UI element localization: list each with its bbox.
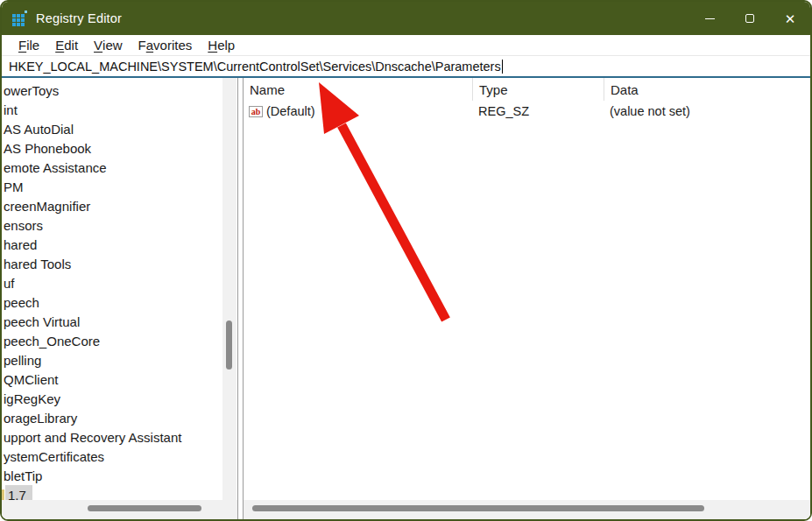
pane-splitter[interactable] — [237, 78, 244, 519]
tree-list: owerToys int AS AutoDial AS Phonebook em… — [2, 78, 237, 505]
tree-item[interactable]: peech Virtual — [2, 313, 237, 332]
values-pane: Name Type Data ab (Default) REG_SZ (valu… — [244, 78, 810, 519]
value-type: REG_SZ — [472, 104, 604, 118]
column-header-type[interactable]: Type — [472, 78, 604, 101]
tree-item[interactable]: pelling — [2, 351, 237, 370]
window-title: Registry Editor — [36, 11, 122, 25]
menu-item[interactable]: Help — [200, 35, 243, 56]
tree-vertical-scrollbar-thumb[interactable] — [226, 320, 232, 370]
values-horizontal-scrollbar-thumb[interactable] — [252, 505, 704, 511]
tree-item[interactable]: uf — [2, 274, 237, 293]
tree-item[interactable]: creenMagnifier — [2, 197, 237, 216]
maximize-button[interactable] — [730, 2, 770, 35]
menu-bar: FileEditViewFavoritesHelp — [2, 35, 810, 56]
value-name: (Default) — [266, 104, 315, 118]
tree-item[interactable]: PM — [2, 178, 237, 197]
minimize-button[interactable] — [689, 2, 730, 35]
registry-editor-window: Registry Editor ✕ FileEditViewFavoritesH… — [0, 0, 812, 521]
tree-item[interactable]: orageLibrary — [2, 409, 237, 428]
column-header-data[interactable]: Data — [604, 78, 810, 101]
tree-horizontal-scrollbar-thumb[interactable] — [88, 505, 201, 511]
tree-item[interactable]: upport and Recovery Assistant — [2, 428, 237, 447]
registry-editor-icon — [12, 11, 27, 26]
minimize-icon — [705, 18, 715, 19]
tree-item[interactable]: peech — [2, 293, 237, 313]
text-caret — [502, 60, 503, 74]
list-header: Name Type Data — [244, 78, 810, 101]
tree-vertical-scrollbar[interactable] — [222, 78, 237, 500]
tree-item[interactable]: ystemCertificates — [2, 447, 237, 467]
tree-item[interactable]: peech_OneCore — [2, 332, 237, 351]
tree-item[interactable]: AS AutoDial — [2, 120, 237, 139]
tree-item[interactable]: AS Phonebook — [2, 139, 237, 158]
address-bar[interactable]: HKEY_LOCAL_MACHINE\SYSTEM\CurrentControl… — [2, 56, 810, 78]
close-button[interactable]: ✕ — [770, 2, 810, 35]
tree-item[interactable]: int — [2, 101, 237, 120]
registry-tree-pane: owerToys int AS AutoDial AS Phonebook em… — [2, 78, 237, 519]
column-header-name[interactable]: Name — [244, 78, 472, 101]
tree-item[interactable]: hared — [2, 236, 237, 255]
value-data: (value not set) — [604, 104, 810, 118]
menu-item[interactable]: File — [11, 35, 47, 56]
tree-item[interactable]: ensors — [2, 216, 237, 236]
maximize-icon — [745, 14, 754, 23]
tree-item[interactable]: QMClient — [2, 370, 237, 390]
menu-item[interactable]: Favorites — [131, 35, 201, 56]
reg-sz-ab-icon: ab — [249, 106, 263, 117]
values-horizontal-scrollbar[interactable] — [244, 500, 810, 519]
value-row[interactable]: ab (Default) REG_SZ (value not set) — [244, 101, 810, 122]
tree-item[interactable]: emote Assistance — [2, 158, 237, 178]
tree-item[interactable]: owerToys — [2, 81, 237, 101]
address-path: HKEY_LOCAL_MACHINE\SYSTEM\CurrentControl… — [9, 60, 501, 74]
title-bar[interactable]: Registry Editor ✕ — [2, 2, 810, 35]
menu-item[interactable]: Edit — [47, 35, 86, 56]
tree-item[interactable]: hared Tools — [2, 255, 237, 274]
close-icon: ✕ — [785, 12, 796, 25]
menu-item[interactable]: View — [86, 35, 131, 56]
tree-item[interactable]: igRegKey — [2, 390, 237, 409]
tree-horizontal-scrollbar[interactable] — [2, 500, 237, 519]
tree-item[interactable]: bletTip — [2, 467, 237, 486]
